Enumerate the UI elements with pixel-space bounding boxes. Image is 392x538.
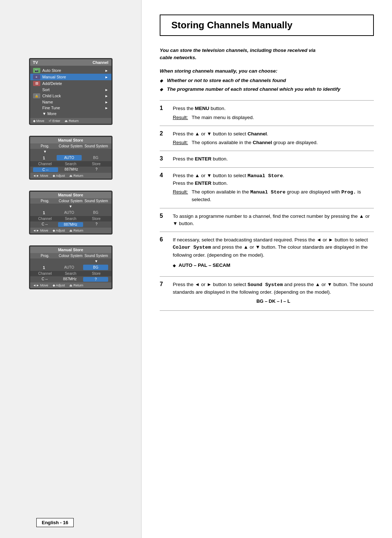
page-title-box: Storing Channels Manually [160,15,374,36]
manual-store-screen-1: Manual Store Prog. Colour System Sound S… [29,136,113,180]
bullet-item-2: The programme number of each stored chan… [160,86,374,93]
step-1-number: 1 [160,105,167,111]
ms1-prog-row: ▼ [30,149,111,154]
ms3-header: Prog. Colour System Sound System [30,253,111,258]
ms1-title: Manual Store [30,137,111,143]
tv-menu-item-more: ▼ More [30,111,111,117]
tv-menu-item-sort: Sort ► [30,87,111,93]
step-4-number: 4 [160,172,167,179]
step-5: 5 To assign a programme number to a chan… [160,208,374,232]
step-4-result: Result: The option available in the Manu… [173,188,374,204]
ms2-prog-row: ▼ [30,204,111,209]
step-6: 6 If necessary, select the broadcasting … [160,232,374,277]
step-3-number: 3 [160,155,167,162]
tv-screen-header: TV Channel [30,59,111,66]
tv-icon-lock: 🔒 [33,93,40,98]
step-4-content: Press the ▲ or ▼ button to select Manual… [173,172,374,204]
right-content: Storing Channels Manually You can store … [142,0,392,538]
tv-icon-camera: 📷 [33,68,40,73]
step-7-content: Press the ◄ or ► button to select Sound … [173,281,374,306]
tv-screen-footer: ◆ Move ⏎ Enter ⏏ Return [30,118,111,124]
ms1-data: C -- 887MHz ? [30,167,111,173]
ms3-title: Manual Store [30,246,111,253]
tv-icon-list: ≡ [33,74,40,80]
step-3-content: Press the ENTER button. [173,155,374,163]
step-2-content: Press the ▲ or ▼ button to select Channe… [173,130,374,147]
ms1-separator: Channel Search Store [30,161,111,167]
tv-menu-body: 📷 Auto Store ► ≡ Manual Store ► 🖼 Add/De… [30,66,111,118]
step-6-content: If necessary, select the broadcasting st… [173,236,374,272]
step-6-bullet: AUTO – PAL – SECAM [173,262,374,269]
ms2-separator: Channel Search Store [30,216,111,221]
step-1-result: Result: The main menu is displayed. [173,114,374,121]
intro-subheading: When storing channels manually, you can … [160,68,374,74]
tv-menu-item-autostore: 📷 Auto Store ► [30,67,111,74]
ms2-header: Prog. Colour System Sound System [30,198,111,204]
tv-header-left: TV [33,60,38,65]
step-7-number: 7 [160,281,167,288]
tv-menu-item-manualstore: ≡ Manual Store ► [30,74,111,80]
ms3-data: C -- 887MHz ? [30,276,111,282]
ms2-title: Manual Store [30,192,111,198]
step-1-content: Press the MENU button. Result: The main … [173,105,374,121]
ms3-separator: Channel Search Store [30,271,111,276]
tv-menu-item-childlock: 🔒 Child Lock ► [30,93,111,99]
page-title: Storing Channels Manually [171,20,293,30]
tv-menu-item-adddelete: 🖼 Add/Delete [30,80,111,87]
ms2-data: C -- 887MHz ? [30,221,111,228]
bullet-item-1: Whether or not to store each of the chan… [160,77,374,84]
step-6-number: 6 [160,236,167,243]
ms2-values: 1 AUTO BG [30,209,111,216]
step-3: 3 Press the ENTER button. [160,151,374,167]
ms3-footer: ◄► Move ◆ Adjust ⏏ Return [30,282,111,288]
ms1-header: Prog. Colour System Sound System [30,143,111,149]
step-2-result: Result: The options available in the Cha… [173,139,374,146]
intro-bullets: Whether or not to store each of the chan… [160,77,374,93]
step-2-number: 2 [160,130,167,137]
tv-menu-item-finetune: Fine Tune ► [30,105,111,111]
intro-paragraph: You can store the television channels, i… [160,47,374,62]
step-1: 1 Press the MENU button. Result: The mai… [160,101,374,126]
step-4: 4 Press the ▲ or ▼ button to select Manu… [160,168,374,208]
left-sidebar: TV Channel 📷 Auto Store ► ≡ Manual Store… [0,0,142,538]
ms1-values: 1 AUTO BG [30,154,111,161]
ms3-prog-row: ▼ [30,258,111,264]
manual-store-screen-3: Manual Store Prog. Colour System Sound S… [29,245,113,289]
ms3-values: 1 AUTO BG [30,264,111,271]
steps-container: 1 Press the MENU button. Result: The mai… [160,100,374,311]
page-footer: English - 16 [36,518,74,527]
step-7: 7 Press the ◄ or ► button to select Soun… [160,277,374,311]
manual-store-screen-2: Manual Store Prog. Colour System Sound S… [29,191,113,235]
step-7-bullet: BG – DK – I – L [173,298,374,305]
tv-menu-screen: TV Channel 📷 Auto Store ► ≡ Manual Store… [29,58,113,125]
tv-menu-item-name: Name ► [30,99,111,105]
ms2-footer: ◄► Move ◆ Adjust ⏏ Return [30,228,111,233]
step-5-content: To assign a programme number to a channe… [173,213,374,228]
tv-header-right: Channel [93,60,108,65]
step-2: 2 Press the ▲ or ▼ button to select Chan… [160,126,374,151]
step-5-number: 5 [160,213,167,219]
ms1-footer: ◄► Move ◆ Adjust ⏏ Return [30,173,111,179]
tv-icon-img: 🖼 [33,81,40,86]
